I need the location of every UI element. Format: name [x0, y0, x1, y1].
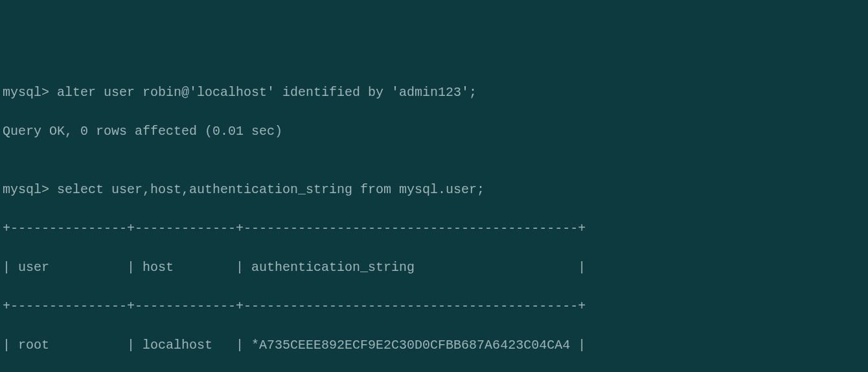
table-header: | user | host | authentication_string | [3, 258, 865, 277]
command-line-2[interactable]: mysql> select user,host,authentication_s… [3, 180, 865, 200]
command-text: select user,host,authentication_string f… [49, 182, 485, 197]
command-line-1[interactable]: mysql> alter user robin@'localhost' iden… [3, 83, 865, 102]
table-row: | root | localhost | *A735CEEE892ECF9E2C… [3, 336, 865, 355]
prompt: mysql> [3, 85, 49, 100]
prompt: mysql> [3, 182, 49, 197]
table-border-top: +---------------+-------------+---------… [3, 219, 865, 238]
command-text: alter user robin@'localhost' identified … [49, 85, 477, 100]
query-result-1: Query OK, 0 rows affected (0.01 sec) [3, 122, 865, 141]
table-border-mid: +---------------+-------------+---------… [3, 297, 865, 316]
